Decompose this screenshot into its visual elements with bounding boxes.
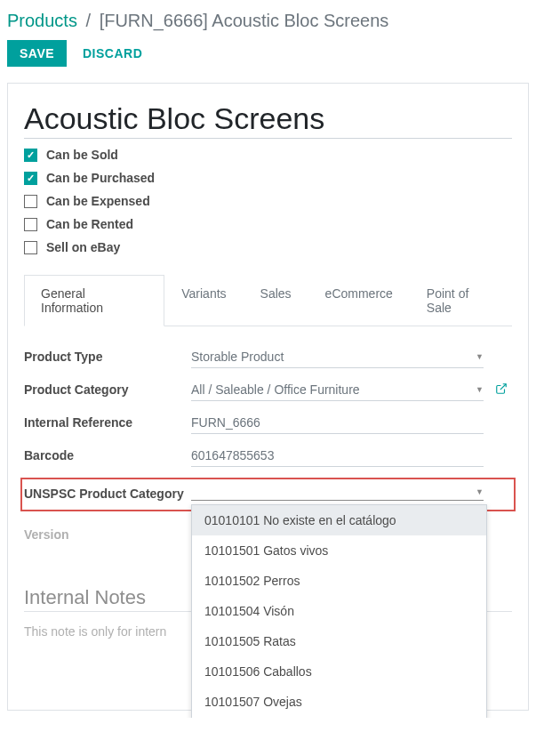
option-label: Can be Purchased bbox=[46, 171, 155, 185]
dropdown-option[interactable]: 01010101 No existe en el catálogo bbox=[192, 505, 486, 535]
external-link-icon[interactable] bbox=[491, 379, 512, 398]
dropdown-option[interactable]: 10101502 Perros bbox=[192, 566, 486, 596]
tab-sales[interactable]: Sales bbox=[244, 275, 308, 326]
product-title[interactable]: Acoustic Bloc Screens bbox=[24, 101, 512, 139]
chevron-down-icon: ▼ bbox=[476, 352, 484, 361]
label-version: Version bbox=[24, 527, 184, 542]
option-row: Sell on eBay bbox=[24, 240, 512, 254]
field-internal-reference[interactable]: FURN_6666 bbox=[191, 412, 484, 434]
option-label: Can be Rented bbox=[46, 217, 133, 231]
label-unspsc: UNSPSC Product Category bbox=[24, 483, 184, 501]
checkbox[interactable] bbox=[24, 218, 37, 231]
dropdown-search-more[interactable]: Search More... bbox=[192, 717, 486, 718]
checkbox[interactable] bbox=[24, 172, 37, 185]
chevron-down-icon: ▼ bbox=[476, 487, 484, 496]
checkbox[interactable] bbox=[24, 149, 37, 162]
breadcrumb-current: [FURN_6666] Acoustic Bloc Screens bbox=[100, 11, 389, 30]
dropdown-option[interactable]: 10101506 Caballos bbox=[192, 656, 486, 687]
tab-general-information[interactable]: General Information bbox=[24, 275, 164, 326]
value-product-type: Storable Product bbox=[191, 350, 284, 364]
dropdown-option[interactable]: 10101505 Ratas bbox=[192, 626, 486, 656]
breadcrumb: Products / [FURN_6666] Acoustic Bloc Scr… bbox=[7, 11, 529, 31]
field-product-category[interactable]: All / Saleable / Office Furniture ▼ bbox=[191, 379, 484, 401]
save-button[interactable]: SAVE bbox=[7, 40, 67, 67]
dropdown-option[interactable]: 10101507 Ovejas bbox=[192, 687, 486, 717]
dropdown-list: 01010101 No existe en el catálogo1010150… bbox=[191, 504, 487, 718]
field-unspsc[interactable]: ▼ bbox=[191, 483, 484, 501]
field-product-type[interactable]: Storable Product ▼ bbox=[191, 346, 484, 368]
form-grid: Product Type Storable Product ▼ Product … bbox=[24, 346, 512, 542]
highlighted-field-row: UNSPSC Product Category ▼ 01010101 No ex… bbox=[20, 478, 516, 511]
checkbox[interactable] bbox=[24, 241, 37, 254]
form-sheet: Acoustic Bloc Screens Can be SoldCan be … bbox=[7, 83, 529, 711]
tab-point-of-sale[interactable]: Point of Sale bbox=[410, 275, 512, 326]
breadcrumb-separator: / bbox=[86, 11, 92, 30]
label-internal-reference: Internal Reference bbox=[24, 412, 184, 430]
option-label: Can be Expensed bbox=[46, 194, 150, 208]
value-product-category: All / Saleable / Office Furniture bbox=[191, 382, 360, 397]
dropdown-option[interactable]: 10101501 Gatos vivos bbox=[192, 535, 486, 566]
field-barcode[interactable]: 601647855653 bbox=[191, 445, 484, 467]
chevron-down-icon: ▼ bbox=[476, 385, 484, 394]
tab-ecommerce[interactable]: eCommerce bbox=[308, 275, 410, 326]
option-row: Can be Rented bbox=[24, 217, 512, 231]
dropdown-option[interactable]: 10101504 Visón bbox=[192, 596, 486, 626]
action-buttons: SAVE DISCARD bbox=[7, 40, 529, 67]
label-product-type: Product Type bbox=[24, 346, 184, 364]
svg-line-0 bbox=[500, 384, 506, 390]
label-product-category: Product Category bbox=[24, 379, 184, 397]
tabs: General InformationVariantsSaleseCommerc… bbox=[24, 274, 512, 326]
tab-variants[interactable]: Variants bbox=[164, 275, 243, 326]
option-label: Can be Sold bbox=[46, 148, 118, 162]
label-barcode: Barcode bbox=[24, 445, 184, 462]
option-row: Can be Expensed bbox=[24, 194, 512, 208]
option-row: Can be Purchased bbox=[24, 171, 512, 185]
option-row: Can be Sold bbox=[24, 148, 512, 162]
discard-button[interactable]: DISCARD bbox=[70, 40, 155, 67]
checkbox[interactable] bbox=[24, 195, 37, 208]
breadcrumb-root-link[interactable]: Products bbox=[7, 11, 77, 30]
option-label: Sell on eBay bbox=[46, 240, 120, 254]
